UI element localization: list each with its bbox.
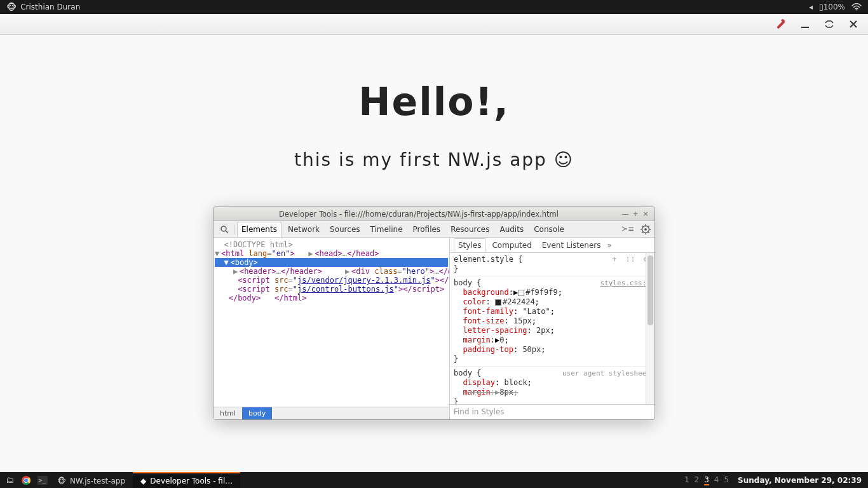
crumb-html[interactable]: html xyxy=(214,407,242,419)
styletab-eventlisteners[interactable]: Event Listeners xyxy=(538,239,605,252)
taskbar: 🗂 >_ 🐵 NW.js-test-app ◆ Developer Tools … xyxy=(0,472,868,488)
tab-sources[interactable]: Sources xyxy=(326,222,363,236)
task-nwjs[interactable]: 🐵 NW.js-test-app xyxy=(50,472,133,488)
devtools-titlebar[interactable]: Developer Tools - file:///home/cduran/Pr… xyxy=(214,207,654,221)
style-actions[interactable]: + ⁝⁝ ⊙ xyxy=(612,255,651,264)
app-toolbar xyxy=(0,14,868,35)
tab-network[interactable]: Network xyxy=(284,222,323,236)
rule-uas-body[interactable]: user agent stylesheet body { display: bl… xyxy=(450,367,654,404)
battery-icon[interactable]: ▯100% xyxy=(819,3,845,11)
workspace-3[interactable]: 3 xyxy=(704,475,709,485)
hero-title: Hello!, xyxy=(0,79,868,124)
maximize-button[interactable] xyxy=(824,18,835,30)
dom-selected-body[interactable]: ▼<body> xyxy=(215,258,448,267)
hero: Hello!, this is my first NW.js app ☺ xyxy=(0,35,868,170)
workspace-5[interactable]: 5 xyxy=(724,475,729,485)
task-label: NW.js-test-app xyxy=(70,477,125,485)
devtools-title: Developer Tools - file:///home/cduran/Pr… xyxy=(217,210,620,219)
gear-icon[interactable] xyxy=(641,224,651,234)
tab-audits[interactable]: Audits xyxy=(496,222,527,236)
workspace-2[interactable]: 2 xyxy=(695,475,700,485)
svg-rect-1 xyxy=(801,27,809,28)
svg-point-0 xyxy=(856,10,857,11)
clock[interactable]: Sunday, November 29, 02:39 xyxy=(738,476,868,485)
tab-elements[interactable]: Elements xyxy=(237,222,281,237)
monkey-icon: 🐵 xyxy=(6,2,17,12)
drawer-icon[interactable]: ≻≡ xyxy=(621,224,634,234)
devtools-maximize-button[interactable]: + xyxy=(630,210,641,218)
styles-panel: Styles Computed Event Listeners » + ⁝⁝ ⊙… xyxy=(450,238,654,419)
search-icon[interactable] xyxy=(217,225,231,234)
svg-line-3 xyxy=(226,231,228,233)
username-label: Cristhian Duran xyxy=(20,3,80,11)
crumb-body[interactable]: body xyxy=(242,407,272,419)
styletab-styles[interactable]: Styles xyxy=(454,238,485,252)
rule-element-style[interactable]: + ⁝⁝ ⊙ element.style { } xyxy=(450,253,654,276)
svg-text:>_: >_ xyxy=(39,477,46,484)
wifi-icon[interactable] xyxy=(851,3,862,11)
tab-resources[interactable]: Resources xyxy=(447,222,493,236)
dom-tree[interactable]: <!DOCTYPE html> ▼<html lang="en"> ▶<head… xyxy=(214,238,449,407)
task-label: Developer Tools - fil… xyxy=(150,477,233,485)
close-button[interactable] xyxy=(848,18,859,30)
breadcrumb: html body xyxy=(214,407,449,419)
uas-label: user agent stylesheet xyxy=(562,369,651,378)
workspaces: 1 2 3 4 5 xyxy=(684,475,738,485)
rule-body[interactable]: styles.css:1 body { background:▶#f9f9f9;… xyxy=(450,276,654,367)
scrollbar[interactable] xyxy=(646,253,654,404)
monkey-icon: 🐵 xyxy=(57,477,66,485)
hero-subtitle: this is my first NW.js app ☺ xyxy=(0,149,868,170)
more-icon[interactable]: » xyxy=(607,241,611,250)
svg-line-12 xyxy=(642,231,643,233)
tab-console[interactable]: Console xyxy=(530,222,568,236)
workspace-1[interactable]: 1 xyxy=(684,475,689,485)
wrench-icon[interactable] xyxy=(774,18,787,30)
chrome-icon[interactable] xyxy=(19,475,33,486)
devtools-window[interactable]: Developer Tools - file:///home/cduran/Pr… xyxy=(213,207,655,420)
styletab-computed[interactable]: Computed xyxy=(488,239,535,252)
caret-icon[interactable]: ◂ xyxy=(809,3,813,11)
find-in-styles[interactable]: Find in Styles xyxy=(450,404,654,419)
files-icon[interactable]: 🗂 xyxy=(3,475,17,486)
minimize-button[interactable] xyxy=(799,18,811,30)
svg-line-10 xyxy=(642,226,643,227)
tab-profiles[interactable]: Profiles xyxy=(409,222,445,236)
tab-timeline[interactable]: Timeline xyxy=(367,222,407,236)
devtools-task-icon: ◆ xyxy=(140,477,146,485)
devtools-minimize-button[interactable]: — xyxy=(620,210,630,218)
svg-point-2 xyxy=(221,226,226,231)
svg-line-11 xyxy=(648,231,649,233)
elements-panel: <!DOCTYPE html> ▼<html lang="en"> ▶<head… xyxy=(214,238,450,419)
terminal-icon[interactable]: >_ xyxy=(36,475,50,486)
system-topbar: 🐵 Cristhian Duran ◂ ▯100% xyxy=(0,0,868,14)
devtools-tabs: Elements Network Sources Timeline Profil… xyxy=(214,221,654,238)
task-devtools[interactable]: ◆ Developer Tools - fil… xyxy=(133,472,240,488)
devtools-close-button[interactable]: × xyxy=(641,210,651,218)
source-link[interactable]: styles.css:1 xyxy=(600,278,651,288)
system-tray: ◂ ▯100% xyxy=(809,3,862,11)
workspace-4[interactable]: 4 xyxy=(714,475,719,485)
svg-line-13 xyxy=(648,226,649,227)
svg-point-5 xyxy=(644,228,647,231)
